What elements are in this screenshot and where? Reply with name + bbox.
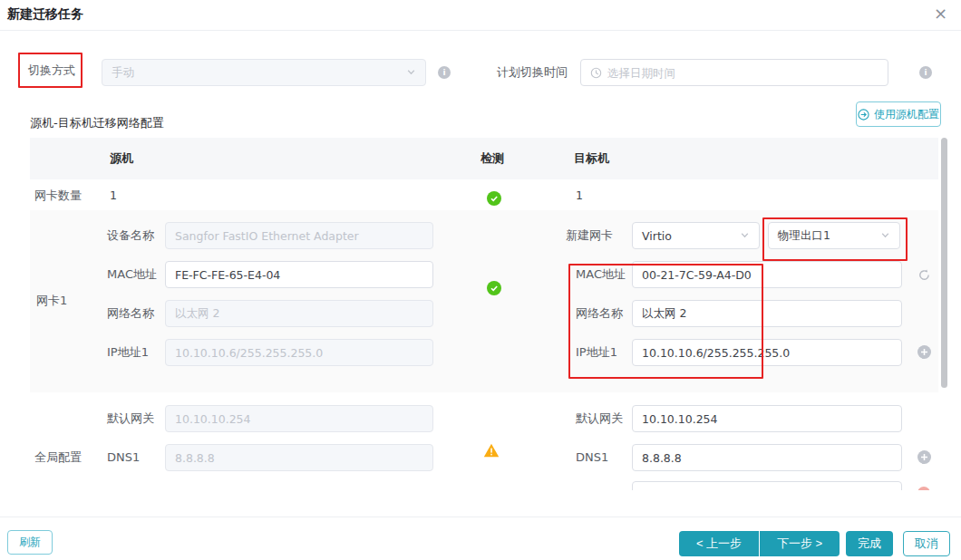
nic-count-target-value: 1 — [576, 183, 583, 208]
source-ip-input[interactable] — [165, 339, 433, 366]
source-ip-label: IP地址1 — [107, 339, 149, 366]
plus-icon[interactable] — [917, 345, 931, 359]
target-gateway-input[interactable] — [632, 405, 902, 432]
source-mac-label: MAC地址 — [107, 261, 157, 288]
new-nic-label: 新建网卡 — [566, 222, 613, 249]
clipped-remove-icon — [917, 487, 930, 490]
section-title: 源机-目标机迁移网络配置 — [30, 115, 164, 131]
use-source-config-button[interactable]: 使用源机配置 — [856, 101, 941, 127]
clipped-next-field — [632, 481, 936, 490]
dialog-title: 新建迁移任务 — [7, 6, 83, 23]
switch-mode-select[interactable]: 手动 — [102, 59, 426, 86]
source-mac-input[interactable] — [165, 261, 433, 288]
schedule-datetime-input[interactable] — [580, 59, 888, 86]
check-success-icon — [487, 281, 501, 295]
info-icon[interactable]: i — [438, 66, 451, 79]
chevron-down-icon — [406, 66, 416, 80]
info-icon[interactable]: i — [919, 66, 932, 79]
footer-divider — [0, 517, 961, 517]
row-label-nic1: 网卡1 — [36, 287, 67, 314]
source-network-label: 网络名称 — [107, 300, 154, 327]
next-step-button[interactable]: 下一步 > — [760, 531, 840, 556]
nic-type-select[interactable]: Virtio — [632, 222, 760, 249]
check-success-icon — [487, 191, 501, 206]
target-dns1-label: DNS1 — [576, 444, 608, 471]
schedule-time-label: 计划切换时间 — [497, 59, 568, 86]
target-ip-label: IP地址1 — [576, 339, 617, 366]
switch-mode-label: 切换方式 — [28, 57, 75, 84]
row-label-global: 全局配置 — [34, 444, 82, 471]
cancel-button[interactable]: 取消 — [903, 531, 950, 556]
table-scrollbar-thumb[interactable] — [941, 138, 947, 388]
close-icon[interactable]: × — [934, 5, 947, 22]
chevron-down-icon — [740, 229, 750, 243]
target-gateway-label: 默认网关 — [576, 405, 623, 432]
header-divider — [0, 30, 961, 31]
finish-button[interactable]: 完成 — [846, 531, 893, 556]
chevron-down-icon — [880, 229, 890, 243]
source-network-input[interactable] — [165, 300, 433, 327]
row-label-nic-count: 网卡数量 — [34, 183, 82, 208]
source-dns1-label: DNS1 — [107, 444, 140, 471]
check-warning-icon — [483, 443, 500, 461]
new-migration-task-dialog: 新建迁移任务 × 切换方式 手动 i 计划切换时间 i 源机-目标机迁移网络配置… — [0, 0, 961, 560]
previous-step-button[interactable]: < 上一步 — [679, 531, 759, 556]
header-check: 检测 — [480, 150, 504, 167]
source-gateway-label: 默认网关 — [107, 405, 154, 432]
header-source: 源机 — [110, 150, 133, 167]
nic-count-source-value: 1 — [110, 183, 117, 208]
source-gateway-input[interactable] — [165, 405, 433, 432]
target-ip-input[interactable] — [632, 339, 902, 366]
target-dns1-input[interactable] — [632, 444, 902, 471]
source-dns1-input[interactable] — [165, 444, 433, 471]
refresh-icon[interactable] — [917, 268, 931, 285]
refresh-button[interactable]: 刷新 — [7, 530, 53, 555]
source-device-input[interactable] — [165, 222, 433, 249]
source-device-label: 设备名称 — [107, 222, 154, 249]
target-network-label: 网络名称 — [576, 300, 623, 327]
target-network-input[interactable] — [632, 300, 902, 327]
plus-icon[interactable] — [917, 450, 931, 464]
physical-port-select[interactable]: 物理出口1 — [768, 222, 900, 249]
switch-mode-value: 手动 — [112, 65, 134, 81]
clock-icon — [590, 67, 602, 79]
target-mac-label: MAC地址 — [576, 261, 626, 288]
target-mac-input[interactable] — [632, 261, 902, 288]
header-target: 目标机 — [574, 150, 609, 167]
arrow-right-circle-icon — [858, 109, 869, 121]
